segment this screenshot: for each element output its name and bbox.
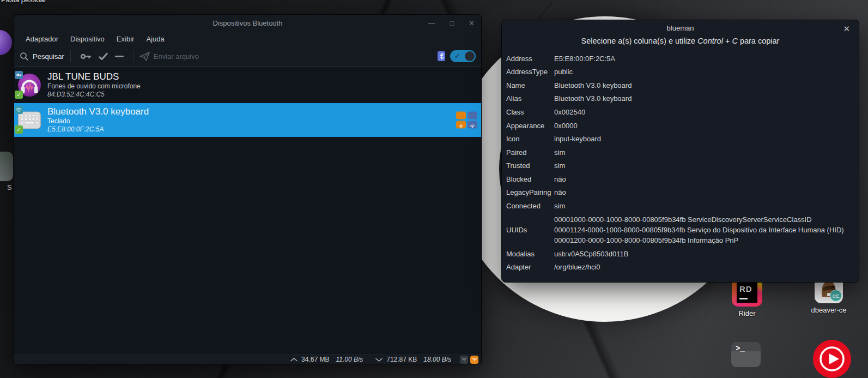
row-label: Icon [506, 135, 554, 143]
table-row[interactable]: Iconinput-keyboard [506, 132, 857, 146]
row-label: UUIDs [506, 226, 554, 234]
row-label: LegacyPairing [506, 188, 554, 196]
maximize-button[interactable]: □ [450, 19, 454, 27]
table-row[interactable]: Connectedsim [506, 199, 857, 213]
desktop-icon-youtube-music[interactable] [812, 339, 852, 378]
chevron-down-icon [375, 358, 383, 362]
subtitle-control-key: Control [697, 37, 723, 45]
row-value: E5:E8:00:0F:2C:5A [554, 55, 615, 63]
trusted-check-badge-icon: ✓ [15, 91, 23, 99]
row-value: não [554, 175, 566, 183]
menu-adaptador[interactable]: Adaptador [20, 33, 64, 45]
toolbar-separator-2 [133, 50, 133, 62]
menu-ajuda[interactable]: Ajuda [140, 33, 170, 45]
remove-button[interactable] [112, 56, 127, 57]
trusted-check-badge-icon: ✓ [15, 125, 23, 134]
desktop-icon-sage[interactable] [0, 152, 13, 181]
uuid-line: 00001124-0000-1000-8000-00805f9b34fb Ser… [554, 225, 844, 235]
pair-button[interactable] [80, 53, 92, 60]
table-row[interactable]: AliasBluetooth V3.0 keyboard [506, 92, 857, 106]
dialog-title: blueman [502, 20, 859, 32]
desktop-icon-rider[interactable]: RD Rider [729, 278, 765, 317]
upload-stats: 34.67 MB 11.00 B/s [290, 356, 363, 363]
row-value: não [554, 188, 566, 196]
signal-tray-icon[interactable] [470, 356, 478, 364]
search-label: Pesquisar [33, 52, 64, 61]
bluetooth-rune-icon [439, 52, 444, 60]
row-label: Blocked [506, 175, 554, 183]
table-row[interactable]: NameBluetooth V3.0 keyboard [506, 79, 857, 92]
trust-button[interactable] [98, 52, 108, 60]
subtitle-prefix: Selecione a(s) coluna(s) e utilize [581, 37, 698, 45]
search-button[interactable]: Pesquisar [20, 52, 64, 61]
rider-glyph: RD [739, 284, 752, 293]
device-row-keyboard[interactable]: ✓ Bluetooth V3.0 keyboard Teclado E5:E8:… [14, 103, 481, 137]
menu-exibir[interactable]: Exibir [111, 33, 141, 45]
signal-indicator-grid [456, 112, 477, 129]
send-file-icon [139, 52, 150, 61]
row-label: Address [506, 55, 554, 63]
upload-total: 34.67 MB [301, 356, 329, 363]
table-row-uuids[interactable]: UUIDs 00001000-0000-1000-8000-00805f9b34… [506, 213, 857, 247]
table-row[interactable]: Blockednão [506, 172, 857, 186]
desktop-icon-label-home[interactable]: Pasta pessoal [1, 0, 46, 4]
download-rate: 18.00 B/s [423, 356, 451, 363]
table-row[interactable]: Pairedsim [506, 146, 857, 159]
rider-label: Rider [729, 309, 765, 317]
rider-underscore [739, 298, 748, 299]
row-value: /org/bluez/hci0 [554, 263, 600, 271]
send-file-button[interactable]: Enviar arquivo [139, 52, 199, 61]
row-value: usb:v0A5Cp8503d011B [554, 250, 628, 258]
titlebar[interactable]: Dispositivos Bluetooth — □ ✕ [14, 15, 481, 31]
row-label: Adapter [506, 263, 554, 271]
terminal-prompt-glyph: >_ [736, 344, 745, 353]
row-value: 0x002540 [554, 108, 585, 116]
row-label: Modalias [506, 250, 554, 258]
statusbar: 34.67 MB 11.00 B/s 712.87 KB 18.00 B/s [14, 355, 481, 364]
table-row[interactable]: LegacyPairingnão [506, 185, 857, 199]
tx-indicator-icon [468, 112, 477, 119]
desktop-icon-terminal[interactable]: >_ [731, 342, 763, 367]
menubar: Adaptador Dispositivo Exibir Ajuda [14, 31, 481, 46]
signal-strength-icon [456, 121, 466, 129]
row-value: sim [554, 161, 565, 170]
table-row[interactable]: Trustedsim [506, 159, 857, 172]
device-row-jbl[interactable]: ✓ JBL TUNE BUDS Fones de ouvido com micr… [14, 67, 481, 103]
row-label: Appearance [506, 122, 554, 130]
terminal-icon: >_ [731, 342, 761, 367]
uuid-line: 00001200-0000-1000-8000-00805f9b34fb Inf… [554, 235, 844, 245]
toggle-knob[interactable] [465, 51, 475, 61]
bluetooth-status-icon [438, 51, 445, 61]
network-tray-icon[interactable] [460, 356, 468, 364]
chevron-up-icon [290, 358, 298, 362]
desktop-icon-purple[interactable] [0, 30, 12, 55]
minimize-button[interactable]: — [428, 19, 435, 27]
row-label: Alias [506, 94, 554, 103]
bluetooth-toggle[interactable]: ✓ [450, 50, 476, 62]
search-icon [20, 52, 29, 61]
table-row[interactable]: AddressE5:E8:00:0F:2C:5A [506, 52, 857, 65]
close-button[interactable]: ✕ [469, 19, 475, 27]
row-label: Trusted [506, 161, 554, 170]
table-row[interactable]: Class0x002540 [506, 105, 857, 119]
table-row[interactable]: Appearance0x0000 [506, 119, 857, 133]
dialog-close-button[interactable]: ✕ [843, 24, 850, 34]
uuid-values: 00001000-0000-1000-8000-00805f9b34fb Ser… [554, 214, 844, 246]
device-type: Teclado [47, 117, 149, 125]
bluetooth-devices-window: Dispositivos Bluetooth — □ ✕ Adaptador D… [14, 14, 482, 364]
table-row[interactable]: Adapter/org/bluez/hci0 [506, 260, 857, 274]
table-row[interactable]: Modaliasusb:v0A5Cp8503d011B [506, 247, 857, 261]
table-row[interactable]: AddressTypepublic [506, 65, 857, 79]
row-label: Connected [506, 202, 554, 210]
key-icon [80, 53, 92, 60]
row-label: AddressType [506, 68, 554, 76]
keyboard-device-icon: ✓ [17, 108, 41, 132]
menu-dispositivo[interactable]: Dispositivo [64, 33, 111, 45]
row-label: Name [506, 81, 554, 89]
download-stats: 712.87 KB 18.00 B/s [375, 356, 451, 363]
blueman-info-dialog: blueman ✕ Selecione a(s) coluna(s) e uti… [501, 20, 859, 283]
row-value: Bluetooth V3.0 keyboard [554, 94, 632, 103]
device-name: JBL TUNE BUDS [47, 71, 141, 82]
window-title: Dispositivos Bluetooth [213, 19, 283, 27]
row-value: 0x0000 [554, 122, 578, 130]
